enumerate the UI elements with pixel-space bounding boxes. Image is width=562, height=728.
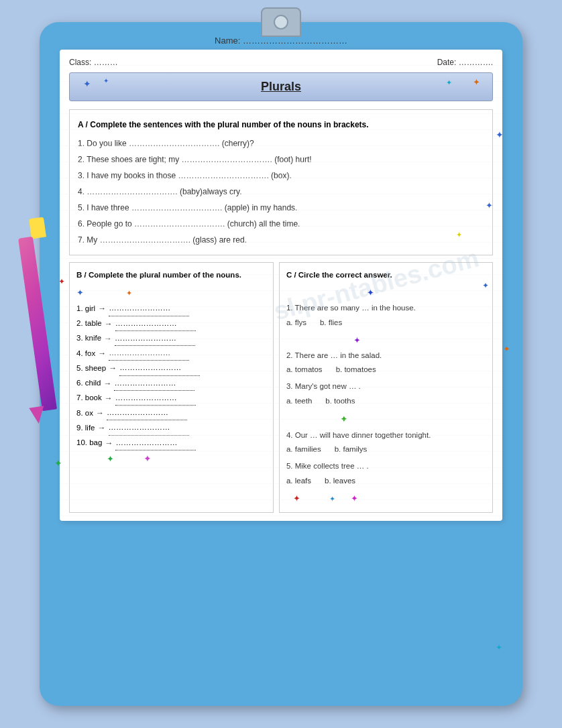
pen-decoration <box>19 223 56 438</box>
section-c-q3: 3. Mary's got new … . a. teeth b. tooths <box>286 379 486 408</box>
answer-dots: …………………… <box>115 391 196 406</box>
arrow-icon: → <box>98 346 106 361</box>
noun-2: 2. table <box>76 316 102 330</box>
class-label: Class: ……… <box>69 58 118 67</box>
section-c-q4: 4. Our … will have dinner together tonig… <box>286 428 486 457</box>
star-icon: ✦ <box>329 492 335 505</box>
worksheet-paper: sl.pr-ntables.com Class: ……… Date: ………….… <box>60 50 502 521</box>
answer-dots: …………………… <box>109 420 189 435</box>
answer-dots: …………………… <box>115 436 196 450</box>
pen-tip <box>29 406 46 425</box>
c-option-3a: a. teeth <box>286 394 312 408</box>
c-option-2a: a. tomatos <box>286 363 323 377</box>
star-icon: ✦ <box>144 450 152 468</box>
c-options-1: a. flys b. flies <box>286 316 486 330</box>
noun-row-3: 3. knife → …………………… <box>76 331 266 346</box>
noun-5: 5. sheep <box>76 361 106 375</box>
star-icon: ✦ <box>126 289 132 297</box>
c-question-1: 1. There are so many … in the house. <box>286 301 486 315</box>
noun-4: 4. fox <box>76 347 95 361</box>
answer-dots: …………………… <box>109 346 189 361</box>
section-b-header: B / Complete the plural number of the no… <box>76 268 266 282</box>
noun-row-5: 5. sheep → …………………… <box>76 361 266 375</box>
clipboard-clip <box>261 7 301 37</box>
noun-8: 8. ox <box>76 406 93 420</box>
arrow-icon: → <box>105 436 113 450</box>
section-c: C / Circle the correct answer. ✦ 1. Ther… <box>279 262 493 513</box>
c-options-5: a. leafs b. leaves <box>286 474 486 488</box>
noun-row-4: 4. fox → …………………… <box>76 346 266 361</box>
noun-6: 6. child <box>76 376 101 390</box>
name-label: Name: ……………………………… <box>215 36 347 46</box>
section-a: A / Complete the sentences with the plur… <box>69 109 493 255</box>
section-c-header: C / Circle the correct answer. <box>286 268 486 282</box>
star-icon: ✦ <box>340 411 348 428</box>
star-icon: ✦ <box>486 197 493 215</box>
class-date-row: Class: ……… Date: …………. <box>69 58 493 67</box>
section-c-q1: 1. There are so many … in the house. a. … <box>286 301 486 330</box>
section-a-q5: 5. I have three ……………………………. (apple) in … <box>78 200 484 216</box>
c-options-2: a. tomatos b. tomatoes <box>286 363 486 377</box>
star-icon: ✦ <box>351 491 358 507</box>
noun-9: 9. life <box>76 421 95 435</box>
star-icon: ✦ <box>76 288 84 298</box>
star-icon: ✦ <box>353 332 361 349</box>
c-option-1a: a. flys <box>286 316 306 330</box>
section-a-q4: 4. ……………………………. (baby)always cry. <box>78 184 484 200</box>
arrow-icon: → <box>98 420 106 435</box>
noun-1: 1. girl <box>76 302 95 316</box>
c-question-5: 5. Mike collects tree … . <box>286 459 486 473</box>
star-icon: ✦ <box>293 491 300 507</box>
arrow-icon: → <box>109 361 117 375</box>
star-icon: ✦ <box>367 288 374 298</box>
clip-circle <box>274 15 288 29</box>
date-label: Date: …………. <box>437 58 493 67</box>
noun-row-10: 10. bag → …………………… <box>76 436 266 450</box>
section-a-q6: 6. People go to ……………………………. (church) al… <box>78 216 484 232</box>
c-question-4: 4. Our … will have dinner together tonig… <box>286 428 486 442</box>
bottom-row: B / Complete the plural number of the no… <box>69 262 493 513</box>
answer-dots: …………………… <box>119 361 200 375</box>
title-box: ✦ ✦ ✦ ✦ Plurals <box>69 72 493 101</box>
section-a-header: A / Complete the sentences with the plur… <box>78 117 484 133</box>
clipboard: Name: ……………………………… sl.pr-ntables.com Cla… <box>40 22 522 706</box>
pen-top <box>29 217 46 239</box>
c-option-4a: a. families <box>286 442 321 457</box>
noun-row-1: 1. girl → …………………… <box>76 301 266 316</box>
c-option-1b: b. flies <box>320 316 342 330</box>
noun-row-6: 6. child → …………………… <box>76 376 266 391</box>
pen-body <box>18 237 57 412</box>
noun-7: 7. book <box>76 391 102 405</box>
noun-row-7: 7. book → …………………… <box>76 391 266 406</box>
star-icon: ✦ <box>496 643 502 652</box>
star-icon: ✦ <box>503 344 510 354</box>
c-question-3: 3. Mary's got new … . <box>286 379 486 393</box>
arrow-icon: → <box>105 316 113 331</box>
c-option-5a: a. leafs <box>286 474 311 488</box>
section-a-q1: 1. Do you like ……………………………. (cherry)? <box>78 135 484 151</box>
answer-dots: …………………… <box>114 376 194 391</box>
section-c-q2: 2. There are … in the salad. a. tomatos … <box>286 349 486 377</box>
noun-row-8: 8. ox → …………………… <box>76 406 266 420</box>
arrow-icon: → <box>103 376 111 391</box>
section-a-q2: 2. These shoes are tight; my ……………………………… <box>78 151 484 168</box>
c-options-4: a. families b. familys <box>286 442 486 457</box>
star-icon: ✦ <box>107 451 114 467</box>
answer-dots: …………………… <box>115 331 195 346</box>
c-options-3: a. teeth b. tooths <box>286 394 486 408</box>
answer-dots: …………………… <box>107 406 187 420</box>
answer-dots: …………………… <box>115 316 196 331</box>
answer-dots: …………………… <box>109 301 189 316</box>
c-question-2: 2. There are … in the salad. <box>286 349 486 363</box>
name-row: Name: ……………………………… <box>60 36 502 46</box>
section-b: B / Complete the plural number of the no… <box>69 262 274 513</box>
c-option-4b: b. familys <box>335 442 368 457</box>
section-a-q7: 7. My ……………………………. (glass) are red. <box>78 232 484 248</box>
arrow-icon: → <box>104 331 112 346</box>
noun-3: 3. knife <box>76 331 101 345</box>
section-c-q5: 5. Mike collects tree … . a. leafs b. le… <box>286 459 486 488</box>
worksheet-title: Plurals <box>70 80 492 94</box>
section-a-q3: 3. I have my books in those …………………………….… <box>78 168 484 184</box>
noun-10: 10. bag <box>76 436 102 450</box>
arrow-icon: → <box>105 391 113 406</box>
